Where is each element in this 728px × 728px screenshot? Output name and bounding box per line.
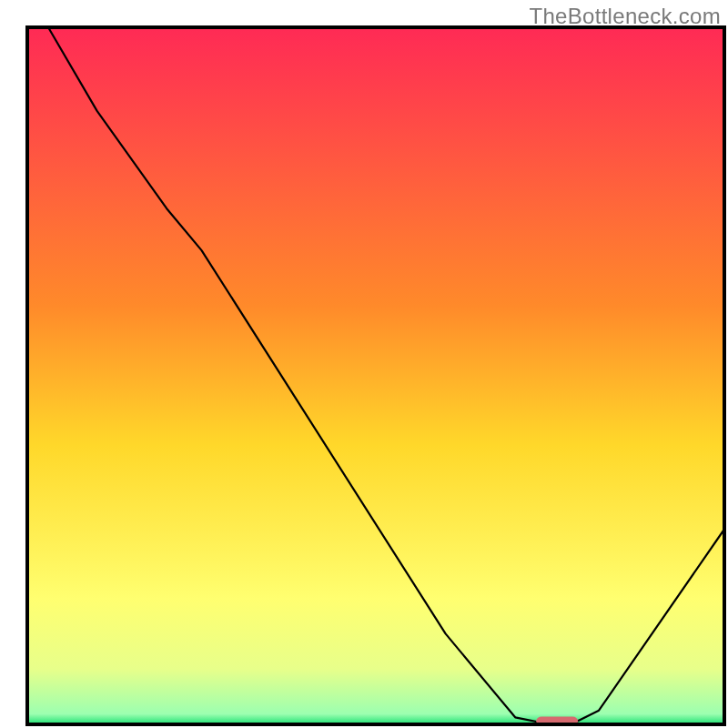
plot-area — [27, 27, 724, 725]
chart-container: TheBottleneck.com — [0, 0, 728, 728]
watermark-text: TheBottleneck.com — [529, 4, 721, 29]
bottleneck-chart — [0, 0, 728, 728]
gradient-background — [27, 27, 724, 724]
